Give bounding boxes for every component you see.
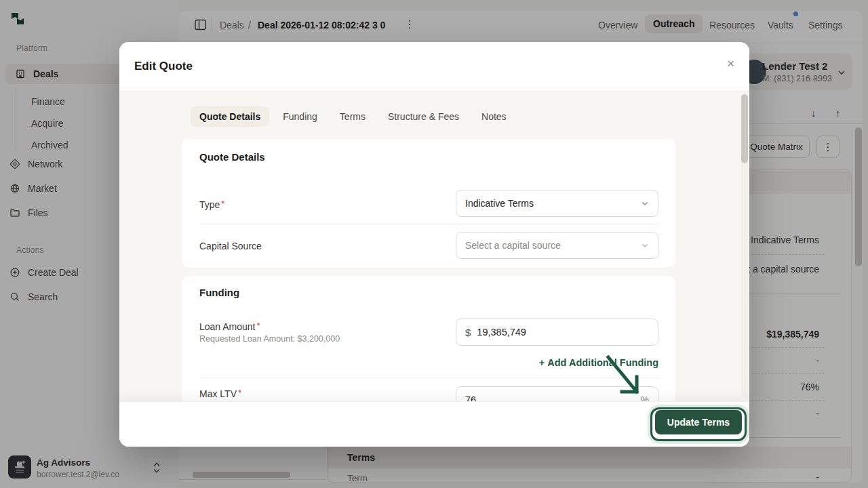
tab-quote-details[interactable]: Quote Details (191, 106, 269, 127)
dollar-icon: $ (465, 327, 471, 338)
loan-amount-helper: Requested Loan Amount: $3,200,000 (199, 334, 340, 344)
tab-funding[interactable]: Funding (274, 106, 326, 127)
max-ltv-input[interactable] (465, 394, 635, 401)
loan-amount-inputwrap: $ (456, 319, 658, 346)
tab-terms[interactable]: Terms (331, 106, 374, 127)
tab-structure-fees[interactable]: Structure & Fees (379, 106, 468, 127)
modal-tabs: Quote Details Funding Terms Structure & … (191, 106, 515, 127)
required-asterisk: * (257, 321, 260, 331)
quote-details-card: Quote Details Type* Indicative Terms Cap… (182, 139, 675, 268)
funding-heading: Funding (199, 287, 239, 298)
modal-footer: Update Terms (119, 401, 749, 447)
add-additional-funding-link[interactable]: + Add Additional Funding (539, 357, 658, 368)
max-ltv-inputwrap: % (456, 386, 658, 401)
type-select[interactable]: Indicative Terms (456, 190, 658, 217)
required-asterisk: * (221, 199, 224, 209)
chevron-down-icon (641, 199, 649, 207)
modal-header: Edit Quote × (119, 42, 749, 92)
required-asterisk: * (238, 388, 241, 398)
modal-title: Edit Quote (134, 60, 193, 73)
close-icon[interactable]: × (727, 57, 734, 70)
modal-scrollbar-thumb[interactable] (741, 94, 748, 163)
capital-source-select[interactable]: Select a capital source (456, 232, 658, 259)
tab-notes[interactable]: Notes (473, 106, 515, 127)
row-divider (199, 224, 658, 224)
max-ltv-label: Max LTV* (199, 388, 241, 399)
capital-source-label: Capital Source (199, 241, 262, 251)
quote-details-heading: Quote Details (199, 151, 265, 163)
chevron-down-icon (641, 241, 649, 249)
percent-icon: % (641, 394, 649, 401)
row-divider (199, 378, 658, 378)
loan-amount-input[interactable] (477, 327, 649, 338)
plus-icon: + (539, 357, 545, 368)
modal-body: Quote Details Funding Terms Structure & … (119, 92, 749, 401)
type-label: Type* (199, 199, 224, 210)
update-terms-button[interactable]: Update Terms (655, 410, 742, 434)
funding-card: Funding Loan Amount* Requested Loan Amou… (182, 276, 675, 401)
edit-quote-modal: Edit Quote × Quote Details Funding Terms… (119, 42, 749, 447)
loan-amount-label: Loan Amount* (199, 321, 260, 332)
